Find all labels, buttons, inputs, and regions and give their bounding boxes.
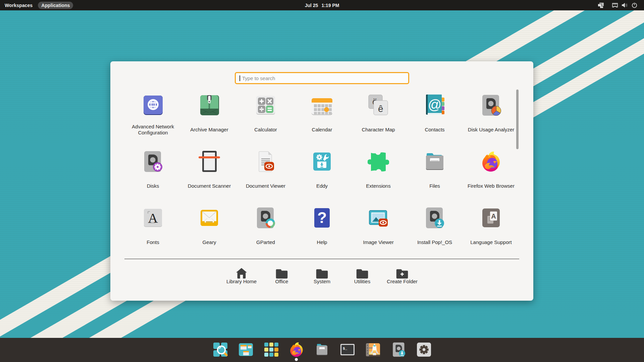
svg-text:A: A bbox=[491, 213, 496, 220]
svg-text:ê: ê bbox=[378, 104, 383, 114]
svg-text:$_: $_ bbox=[343, 347, 347, 351]
svg-text:@: @ bbox=[428, 97, 442, 112]
svg-text:?: ? bbox=[317, 209, 327, 226]
svg-text:A: A bbox=[148, 210, 158, 226]
